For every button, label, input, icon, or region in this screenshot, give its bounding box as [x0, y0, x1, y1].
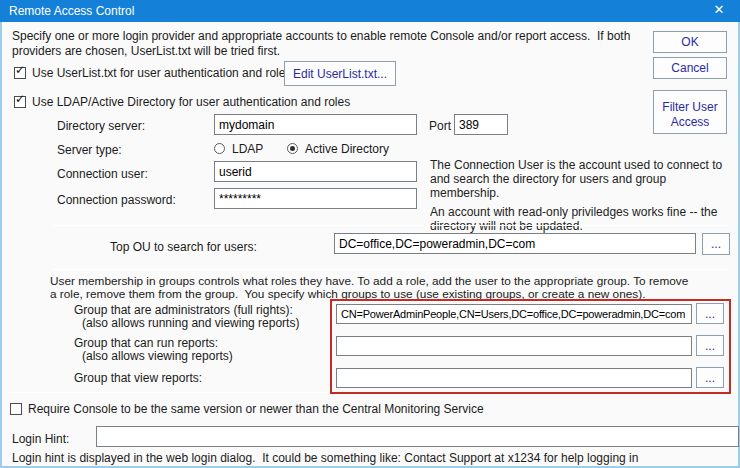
use-ldap-label: Use LDAP/Active Directory for user authe…	[32, 95, 350, 109]
active-directory-radio[interactable]	[287, 143, 298, 154]
intro-line-1: Specify one or more login provider and a…	[12, 29, 630, 43]
check-icon: ✓	[15, 93, 25, 105]
top-ou-input[interactable]	[334, 233, 696, 254]
run-reports-group-input[interactable]	[336, 336, 692, 356]
top-ou-label: Top OU to search for users:	[110, 240, 257, 254]
use-ldap-checkbox[interactable]: ✓	[14, 96, 26, 108]
view-reports-group-browse-button[interactable]: ...	[696, 367, 724, 388]
connection-user-label: Connection user:	[57, 167, 148, 181]
separator	[8, 392, 734, 393]
run-reports-group-sublabel: (also allows viewing reports)	[82, 349, 233, 363]
connection-user-note-2: An account with read-only priviledges wo…	[430, 205, 730, 233]
titlebar: Remote Access Control ✕	[0, 0, 740, 22]
ldap-radio-label: LDAP	[232, 142, 263, 156]
use-userlist-label: Use UserList.txt for user authentication…	[32, 66, 291, 80]
require-console-label: Require Console to be the same version o…	[28, 402, 484, 416]
ldap-radio[interactable]	[214, 143, 225, 154]
run-reports-group-label: Group that can run reports:	[74, 336, 218, 350]
login-hint-input[interactable]	[96, 426, 739, 447]
login-hint-label: Login Hint:	[12, 432, 69, 446]
run-reports-group-browse-button[interactable]: ...	[696, 335, 724, 356]
filter-user-access-button[interactable]: Filter User Access	[653, 90, 727, 134]
view-reports-group-input[interactable]	[336, 368, 692, 388]
separator	[52, 269, 730, 270]
login-hint-description: Login hint is displayed in the web login…	[12, 451, 638, 465]
window-title: Remote Access Control	[9, 4, 134, 18]
use-userlist-checkbox[interactable]: ✓	[14, 67, 26, 79]
membership-text-line-1: User membership in groups controls what …	[50, 274, 688, 288]
membership-text-line-2-underlined: groups to use (use existing groups, or c…	[341, 287, 645, 301]
require-console-checkbox[interactable]	[10, 403, 22, 415]
server-type-label: Server type:	[57, 143, 122, 157]
view-reports-group-label: Group that view reports:	[74, 371, 202, 385]
directory-server-input[interactable]	[214, 114, 417, 135]
dialog-body: Specify one or more login provider and a…	[0, 22, 740, 468]
admin-group-browse-button[interactable]: ...	[696, 303, 724, 324]
admin-group-sublabel: (also allows running and viewing reports…	[82, 316, 299, 330]
remote-access-control-dialog: Remote Access Control ✕ Specify one or m…	[0, 0, 740, 468]
active-directory-radio-label: Active Directory	[305, 142, 389, 156]
intro-line-2: providers are chosen, UserList.txt will …	[12, 44, 280, 58]
check-icon: ✓	[15, 64, 25, 76]
directory-server-label: Directory server:	[57, 119, 145, 133]
edit-userlist-button[interactable]: Edit UserList.txt...	[284, 61, 396, 86]
cancel-button[interactable]: Cancel	[653, 57, 727, 79]
connection-user-note: The Connection User is the account used …	[430, 158, 730, 238]
close-icon[interactable]: ✕	[706, 2, 732, 20]
connection-password-input[interactable]	[214, 188, 417, 209]
separator	[52, 225, 730, 226]
connection-user-input[interactable]	[214, 161, 417, 182]
port-label: Port	[429, 119, 451, 133]
membership-text-line-2-prefix: a role, remove them from the group. You …	[50, 287, 341, 301]
admin-group-label: Group that are administrators (full righ…	[74, 303, 293, 317]
port-input[interactable]	[454, 114, 508, 135]
admin-group-input[interactable]	[336, 304, 692, 324]
connection-password-label: Connection password:	[57, 193, 176, 207]
membership-text-line-2: a role, remove them from the group. You …	[50, 287, 645, 301]
top-ou-browse-button[interactable]: ...	[702, 233, 730, 255]
ok-button[interactable]: OK	[653, 31, 727, 53]
connection-user-note-1: The Connection User is the account used …	[430, 158, 730, 200]
